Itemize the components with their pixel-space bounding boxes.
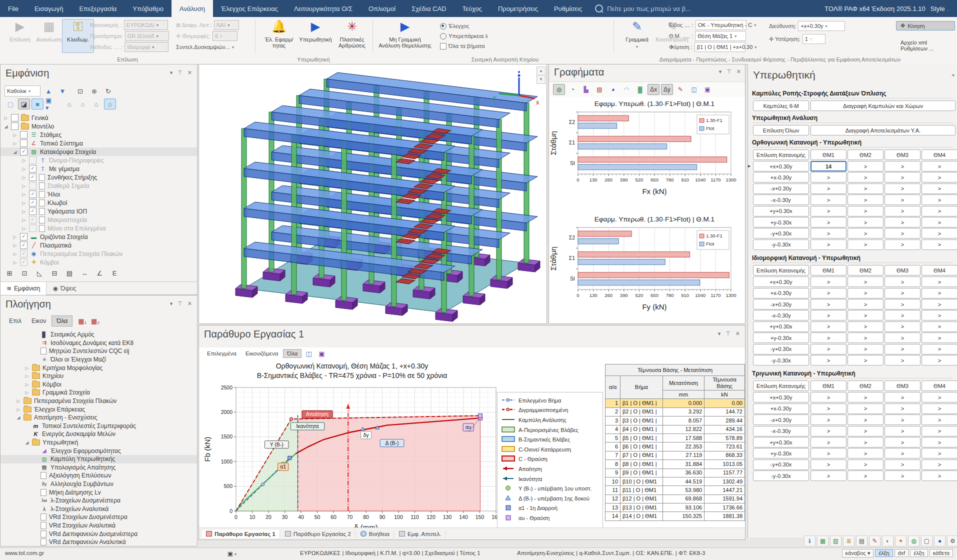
checkbox-checked[interactable]: ✓ <box>29 199 36 206</box>
tree-item-Υπερωθητική[interactable]: ◢Υπερωθητική <box>0 438 197 447</box>
ribbon-button-Έλ. Εφαρμ/τητας[interactable]: 🔔Έλ. Εφαρμ/τητας <box>261 19 297 53</box>
expander-open-icon[interactable]: ◢ <box>12 150 18 154</box>
tree-item-VRd Στοιχείων Δυσμενέστερα[interactable]: VRd Στοιχείων Δυσμενέστερα <box>0 513 197 522</box>
close-icon[interactable]: ✕ <box>736 330 740 337</box>
grid-cell-+x-0.30y-ΘΜ1[interactable]: > <box>810 288 846 298</box>
expander-open-icon[interactable]: ◢ <box>4 124 8 129</box>
tab-Εικον[interactable]: Εικον <box>27 316 50 326</box>
edit-icon[interactable]: ✎ <box>674 84 686 95</box>
tree-item-Αποτίμηση - Ενισχύσεις[interactable]: ◢Αποτίμηση - Ενισχύσεις <box>0 414 197 422</box>
angle-icon[interactable]: ∠ <box>94 268 106 278</box>
checkbox-checked[interactable]: ✓ <box>29 174 36 181</box>
pin-icon[interactable]: ⊤ <box>726 330 730 337</box>
radio-Έλεγχος[interactable]: Έλεγχος <box>440 21 469 31</box>
direction-button--x+0.30y[interactable]: -x+0.30y <box>753 299 809 310</box>
tree-item-Μακροστοιχεία[interactable]: ▷✓Μακροστοιχεία <box>0 216 197 224</box>
xml-settings-button[interactable]: Αρχείο xml Ρυθμίσεων ... <box>896 38 957 53</box>
grid-cell--y-0.30x-ΘΜ2[interactable]: > <box>848 355 884 366</box>
grid-cell--x+0.30y-ΘΜ3[interactable]: > <box>884 299 920 310</box>
grid-cell-+x+0.30y-ΘΜ2[interactable]: > <box>848 276 884 287</box>
shaded-edges-cube-icon[interactable]: ▣ ▾ <box>45 98 57 110</box>
palette-icon[interactable]: ◐ <box>882 536 894 546</box>
grid-cell-+x-0.30y-ΘΜ4[interactable]: > <box>922 404 957 414</box>
menu-item-Σχέδια CAD[interactable]: Σχέδια CAD <box>404 0 454 17</box>
window-2-icon[interactable]: ▦₂ <box>90 316 102 326</box>
direction-button--x-0.30y[interactable]: -x-0.30y <box>753 194 809 205</box>
grid-cell-+x-0.30y-ΘΜ1[interactable]: > <box>810 404 846 414</box>
collapse-icon[interactable]: ◂ <box>952 72 954 78</box>
column-header-ΘΜ4[interactable]: ΘΜ4 <box>922 380 957 391</box>
grid-cell-+y-0.30x-ΘΜ3[interactable]: > <box>884 448 920 458</box>
dropdown-icon[interactable]: ▾ <box>719 68 722 75</box>
grid-cell--y-0.30x-ΘΜ1[interactable]: > <box>810 240 846 250</box>
table-add-icon[interactable]: ▧ <box>830 536 842 546</box>
status-button-κάναβος[interactable]: κάναβος ▾ <box>842 549 874 558</box>
bottom-tab-Εμφ. Αποτελ.[interactable]: Εμφ. Αποτελ. <box>395 530 446 538</box>
checkbox-unchecked[interactable] <box>29 224 36 232</box>
grid-cell--x-0.30y-ΘΜ1[interactable]: > <box>810 310 846 320</box>
ribbon-button-Κλειδωμ.[interactable]: ⚿Κλειδωμ. <box>62 19 94 53</box>
button-Διαγραφή Καμπυλών και Χώρων[interactable]: Διαγραφή Καμπυλών και Χώρων <box>810 100 956 111</box>
histogram-icon[interactable]: ▙ <box>580 84 592 95</box>
direction-button-+y+0.30x[interactable]: +y+0.30x <box>753 437 809 448</box>
column-header-ΘΜ4[interactable]: ΘΜ4 <box>922 265 957 276</box>
expander-closed-icon[interactable]: ▷ <box>24 366 30 370</box>
grid-cell-+y+0.30x-ΘΜ4[interactable]: > <box>922 437 957 448</box>
tree-item-Μητρώο Συντελεστών CQC εij[interactable]: Μητρώο Συντελεστών CQC εij <box>0 347 197 356</box>
field-Είδος .... :-value[interactable]: ΟΚ - Υπερωθητική - C▾ <box>696 20 746 30</box>
tab-Επιλ[interactable]: Επιλ <box>4 316 26 326</box>
direction-button-+y+0.30x[interactable]: +y+0.30x <box>753 206 809 216</box>
dropdown-icon[interactable]: ▾ <box>156 23 158 28</box>
brush-icon[interactable]: ✦ <box>895 536 906 546</box>
expander-closed-icon[interactable]: ▷ <box>22 226 26 231</box>
dropdown-icon[interactable]: ▾ <box>754 45 756 50</box>
direction-button--y+0.30x[interactable]: -y+0.30x <box>753 228 809 238</box>
view-solid-color-icon[interactable]: ⌂ <box>104 98 116 110</box>
direction-button--y+0.30x[interactable]: -y+0.30x <box>753 344 809 354</box>
menu-item-Ρυθμίσεις[interactable]: Ρυθμίσεις <box>546 0 590 17</box>
bottom-tab-Παράθυρο Εργασίας 1[interactable]: Παράθυρο Εργασίας 1 <box>202 530 280 538</box>
scope-dropdown[interactable]: Καθολικ▾ <box>4 86 40 96</box>
tree-item-Γραμμικά Στοιχεία[interactable]: ▷Γραμμικά Στοιχεία <box>0 388 197 397</box>
checkbox-unchecked[interactable] <box>29 156 36 164</box>
field-Φόρτιση :-value[interactable]: β1 | Ο | ΘΜ1 | +x+0.30▾ <box>694 42 746 52</box>
grid-cell--y-0.30x-ΘΜ4[interactable]: > <box>922 240 957 250</box>
dropdown-icon[interactable]: ▾ <box>152 45 154 50</box>
globe-icon[interactable]: ◍ <box>553 84 565 95</box>
tree-item-Έλεγχοι Επάρκειας[interactable]: ▷Έλεγχοι Επάρκειας <box>0 405 197 414</box>
grid-cell--x+0.30y-ΘΜ3[interactable]: > <box>884 414 920 425</box>
menu-item-Εισαγωγή[interactable]: Εισαγωγή <box>26 0 71 17</box>
expander-open-icon[interactable]: ◢ <box>16 415 21 420</box>
grid-cell-+x+0.30y-ΘΜ2[interactable]: > <box>848 392 884 402</box>
checkbox-unchecked[interactable] <box>29 182 36 190</box>
grid-cell--x+0.30y-ΘΜ1[interactable]: > <box>810 184 846 194</box>
expander-closed-icon[interactable]: ▷ <box>22 209 26 214</box>
help-search[interactable]: Πείτε μου πως μπορώ να β... <box>590 0 696 17</box>
view-solid-gray-icon[interactable]: ⌂ <box>90 98 102 110</box>
grid-cell--x+0.30y-ΘΜ2[interactable]: > <box>848 414 884 425</box>
grid-cell--y+0.30x-ΘΜ4[interactable]: > <box>922 344 957 354</box>
grid-cell-+y+0.30x-ΘΜ2[interactable]: > <box>848 206 884 216</box>
grid-cell-+x+0.30y-ΘΜ3[interactable]: > <box>884 276 920 287</box>
grid-cell--y-0.30x-ΘΜ1[interactable]: > <box>810 470 846 481</box>
direction-button-+y+0.30x[interactable]: +y+0.30x <box>753 322 809 332</box>
table-icon[interactable]: ▦ <box>817 536 828 546</box>
button-Καμπύλες θ-Μ[interactable]: Καμπύλες θ-Μ <box>753 100 809 111</box>
tree-item-Έλεγχοι Εφαρμοσιμότητας[interactable]: ◢Έλεγχοι Εφαρμοσιμότητας <box>0 446 197 455</box>
menu-item-Υπόβαθρο[interactable]: Υπόβαθρο <box>124 0 172 17</box>
tree-item-Στάθμες[interactable]: ▷☰Στάθμες <box>0 130 197 139</box>
expander-closed-icon[interactable]: ▷ <box>12 260 18 265</box>
direction-button-+x-0.30y[interactable]: +x-0.30y <box>753 172 809 182</box>
tree-item-VRd Διεπιφανειών Αναλυτικά[interactable]: VRd Διεπιφανειών Αναλυτικά <box>0 538 197 546</box>
tree-item-Όνομα-Πληροφορίες[interactable]: ▷TΌνομα-Πληροφορίες <box>0 156 197 164</box>
checkbox-all-steps[interactable]: Όλα τα βήματα <box>440 41 485 51</box>
motion-button[interactable]: ✥Κίνηση <box>896 21 955 30</box>
properties-icon[interactable]: ▤ <box>64 268 76 278</box>
direction-button-+x-0.30y[interactable]: +x-0.30y <box>753 288 809 298</box>
expander-closed-icon[interactable]: ▷ <box>22 175 26 180</box>
grid-cell-+y+0.30x-ΘΜ4[interactable]: > <box>922 322 957 332</box>
grid-cell--x-0.30y-ΘΜ3[interactable]: > <box>884 310 920 320</box>
shaded-cube-icon[interactable]: ■ <box>32 98 44 110</box>
close-icon[interactable]: ✕ <box>736 68 741 75</box>
grid-cell--x-0.30y-ΘΜ4[interactable]: > <box>922 310 957 320</box>
